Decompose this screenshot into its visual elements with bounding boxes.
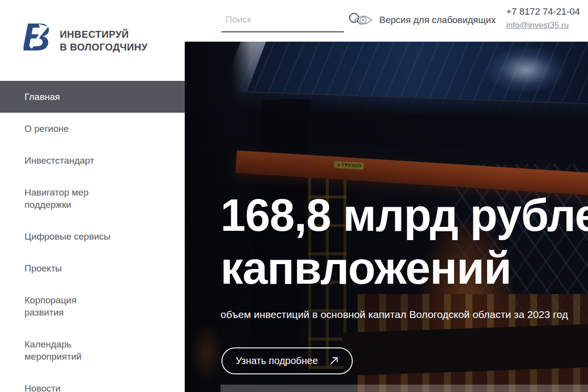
header-contacts: +7 8172 74-21-04 info@invest35.ru [506, 6, 580, 30]
email-link[interactable]: info@invest35.ru [506, 21, 569, 30]
sidebar-item-development-corp[interactable]: Корпорация развития [0, 284, 152, 328]
learn-more-button[interactable]: Узнать подробнее [221, 347, 353, 374]
arrow-up-right-icon [329, 356, 339, 366]
logo-icon: В [24, 17, 56, 55]
logo-title-line1: ИНВЕСТИРУЙ [60, 28, 147, 41]
hero-image: ▲ ГРУЗОП 168,8 млрд рублей капвложений о… [185, 42, 588, 392]
phone-link[interactable]: +7 8172 74-21-04 [506, 6, 580, 17]
learn-more-label: Узнать подробнее [236, 355, 318, 367]
sidebar-item-about-region[interactable]: О регионе [0, 113, 152, 145]
hero-subtitle: объем инвестиций в основной капитал Воло… [220, 309, 568, 320]
eye-icon [353, 13, 373, 27]
hero-heading-line1: 168,8 млрд рублей [220, 189, 588, 242]
search-box [221, 12, 344, 32]
site-logo[interactable]: В ИНВЕСТИРУЙ В ВОЛОГОДЧИНУ [24, 17, 147, 55]
top-header: Версия для слабовидящих +7 8172 74-21-04… [185, 0, 588, 42]
svg-text:В: В [24, 17, 50, 55]
accessibility-version-link[interactable]: Версия для слабовидящих [353, 13, 496, 27]
sidebar-item-projects[interactable]: Проекты [0, 252, 152, 284]
sidebar-item-news[interactable]: Новости [0, 372, 152, 392]
sidebar-menu: Главная О регионе Инвестстандарт Навигат… [0, 81, 185, 392]
logo-title: ИНВЕСТИРУЙ В ВОЛОГОДЧИНУ [60, 28, 147, 53]
sidebar-item-support-navigator[interactable]: Навигатор мер поддержки [0, 176, 152, 220]
accessibility-version-label: Версия для слабовидящих [379, 15, 496, 25]
hero-heading: 168,8 млрд рублей капвложений [220, 189, 588, 294]
hero-heading-line2: капвложений [220, 242, 588, 294]
next-section-strip [220, 385, 588, 392]
sidebar-item-events-calendar[interactable]: Календарь мероприятий [0, 328, 152, 372]
page: ▲ ГРУЗОП 168,8 млрд рублей капвложений о… [0, 0, 588, 392]
sidebar: В ИНВЕСТИРУЙ В ВОЛОГОДЧИНУ Главная О рег… [0, 0, 185, 392]
sidebar-item-home[interactable]: Главная [0, 81, 185, 113]
sidebar-item-invest-standard[interactable]: Инвестстандарт [0, 145, 152, 176]
logo-title-line2: В ВОЛОГОДЧИНУ [60, 41, 147, 53]
sidebar-item-digital-services[interactable]: Цифровые сервисы [0, 220, 152, 252]
search-input[interactable] [221, 14, 348, 29]
